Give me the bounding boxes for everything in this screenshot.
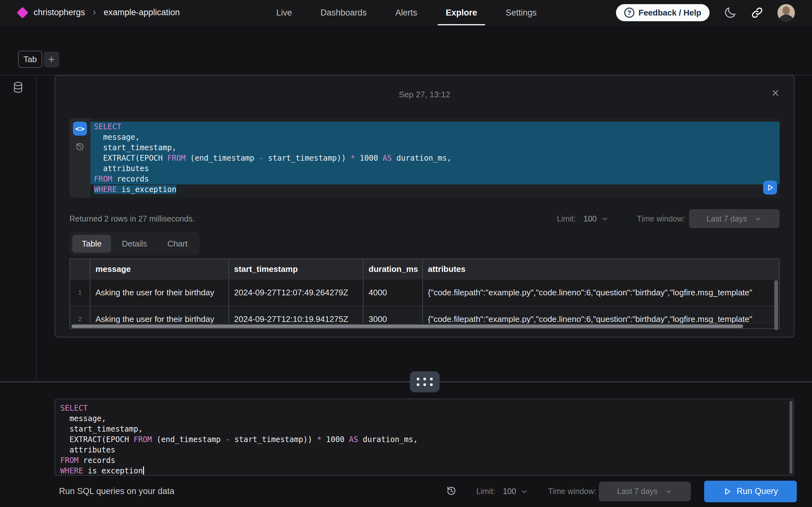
feedback-help-label: Feedback / Help (639, 8, 701, 18)
query-timestamp: Sep 27, 13:12 (399, 90, 450, 99)
close-icon[interactable]: × (772, 87, 779, 99)
table-row-2[interactable]: 2Asking the user for their birthday2024-… (70, 305, 779, 323)
drag-dot (430, 378, 433, 380)
results-meta-row: Returned 2 rows in 27 milliseconds. Limi… (69, 209, 780, 228)
cell-start_timestamp: 2024-09-27T12:07:49.264279Z (229, 279, 363, 305)
run-query-button[interactable]: Run Query (704, 481, 797, 502)
link-icon (751, 6, 763, 19)
query-result-card: Sep 27, 13:12 × <> SELECT message, start… (55, 75, 795, 337)
feedback-help-button[interactable]: ? Feedback / Help (616, 4, 710, 21)
view-tabs: TableDetailsChart (69, 232, 200, 256)
theme-toggle-button[interactable] (723, 6, 737, 19)
result-summary: Returned 2 rows in 27 milliseconds. (69, 214, 195, 223)
chevron-down-icon (665, 488, 672, 495)
sql-line-2: message, (60, 413, 786, 424)
share-link-button[interactable] (751, 6, 763, 19)
limit-value: 100 (503, 487, 516, 496)
query-tab-label: Tab (23, 55, 37, 64)
sql-line-4: EXTRACT(EPOCH FROM (end_timestamp - star… (60, 435, 786, 445)
cell-attributes: {"code.filepath":"example.py","code.line… (422, 279, 779, 305)
vertical-scrollbar-thumb[interactable] (774, 280, 778, 330)
sql-line-1: SELECT (90, 122, 780, 132)
cell-duration_ms: 3000 (363, 306, 422, 323)
chevron-down-icon (601, 215, 609, 223)
run-query-icon-button[interactable] (763, 181, 777, 194)
chevron-down-icon (520, 487, 528, 496)
nav-right: ? Feedback / Help (616, 0, 812, 25)
schema-browser-button[interactable] (12, 81, 24, 95)
add-tab-button[interactable]: + (44, 52, 59, 67)
run-query-label: Run Query (737, 487, 778, 496)
sidebar-divider (36, 75, 37, 382)
nav-item-live[interactable]: Live (262, 0, 306, 25)
nav-item-explore[interactable]: Explore (432, 0, 491, 25)
row-number: 2 (70, 306, 90, 323)
pane-splitter-line (0, 382, 812, 382)
time-window-select-footer[interactable]: Last 7 days (599, 482, 691, 501)
query-history-button[interactable] (75, 142, 85, 153)
column-header-attributes: attributes (422, 259, 779, 279)
column-header-start_timestamp: start_timestamp (229, 259, 363, 279)
main-nav: LiveDashboardsAlertsExploreSettings (262, 0, 551, 25)
cell-duration_ms: 4000 (363, 279, 422, 305)
sql-line-1: SELECT (60, 403, 786, 413)
nav-item-dashboards[interactable]: Dashboards (306, 0, 381, 25)
table-row-1[interactable]: 1Asking the user for their birthday2024-… (70, 279, 779, 305)
sql-line-6: FROM records (90, 174, 780, 184)
results-table: messagestart_timestampduration_msattribu… (69, 259, 780, 329)
footer-bar: Run SQL queries on your data Limit: 100 … (0, 475, 812, 507)
drag-dot (423, 383, 426, 386)
column-header-rownum (70, 259, 90, 279)
result-controls: Limit: 100 Time window: Last 7 days (557, 209, 780, 228)
breadcrumb-org[interactable]: christophergs (34, 8, 85, 17)
view-tab-chart[interactable]: Chart (158, 235, 197, 252)
time-window-select[interactable]: Last 7 days (689, 209, 780, 228)
history-icon (446, 486, 457, 496)
code-gutter: <> (69, 118, 90, 198)
time-window-label: Time window: (548, 487, 596, 496)
limit-select-footer[interactable]: 100 (503, 487, 528, 496)
help-circle-icon: ? (624, 8, 635, 18)
code-format-button[interactable]: <> (73, 122, 87, 135)
sql-editor[interactable]: SELECT message, start_timestamp, EXTRACT… (55, 399, 794, 475)
sql-line-7: WHERE is_exception (90, 184, 780, 195)
table-header-row: messagestart_timestampduration_msattribu… (70, 259, 779, 279)
editor-scrollbar-thumb[interactable] (790, 401, 792, 474)
drag-dot (417, 378, 419, 380)
cell-start_timestamp: 2024-09-27T12:10:19.941275Z (229, 306, 363, 323)
moon-icon (723, 6, 737, 19)
editor-code-lines: SELECT message, start_timestamp, EXTRACT… (60, 403, 786, 475)
nav-item-alerts[interactable]: Alerts (381, 0, 432, 25)
breadcrumb-separator-icon: › (93, 6, 96, 18)
pane-splitter-handle[interactable] (410, 372, 440, 392)
sql-line-3: start_timestamp, (60, 424, 786, 435)
view-tab-details[interactable]: Details (112, 235, 156, 252)
limit-label: Limit: (476, 487, 496, 496)
logfire-logo-icon[interactable] (17, 7, 29, 18)
table-body: 1Asking the user for their birthday2024-… (70, 279, 779, 323)
drag-dot (417, 383, 419, 386)
time-window-label: Time window: (637, 214, 685, 223)
horizontal-scrollbar-thumb[interactable] (71, 325, 743, 328)
footer-hint: Run SQL queries on your data (59, 487, 174, 496)
sql-line-5: attributes (60, 445, 786, 455)
play-icon (766, 183, 774, 192)
time-window-value: Last 7 days (707, 214, 747, 223)
nav-item-settings[interactable]: Settings (491, 0, 551, 25)
time-window-value: Last 7 days (617, 487, 658, 496)
sql-line-7: WHERE is_exception (60, 466, 786, 475)
query-code-lines[interactable]: SELECT message, start_timestamp, EXTRACT… (90, 118, 780, 198)
horizontal-scrollbar (70, 323, 779, 328)
user-avatar[interactable] (777, 4, 795, 21)
breadcrumb-project[interactable]: example-application (104, 8, 180, 17)
query-tab[interactable]: Tab (18, 51, 42, 68)
limit-select[interactable]: 100 (583, 214, 609, 223)
column-header-message: message (90, 259, 229, 279)
history-icon (75, 142, 85, 152)
view-tab-table[interactable]: Table (72, 235, 111, 252)
sql-line-4: EXTRACT(EPOCH FROM (end_timestamp - star… (90, 153, 780, 164)
limit-label: Limit: (557, 214, 576, 223)
text-caret (143, 466, 144, 475)
drag-dot (430, 383, 433, 386)
query-history-button-footer[interactable] (446, 486, 457, 498)
